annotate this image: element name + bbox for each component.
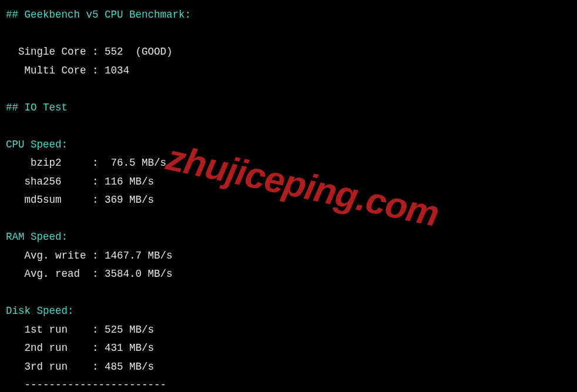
blank-line-5: [6, 284, 571, 303]
disk-run1-line: 1st run : 525 MB/s: [6, 321, 571, 340]
disk-run1-value: 525 MB/s: [105, 324, 154, 336]
disk-divider: -----------------------: [6, 379, 166, 391]
multi-core-value: 1034: [105, 65, 129, 76]
disk-run3-label: 3rd run :: [6, 361, 105, 373]
disk-divider-line: -----------------------: [6, 376, 571, 392]
io-test-header-text: ## IO Test: [6, 102, 68, 113]
sha256-value: 116 MB/s: [105, 176, 154, 187]
disk-speed-header-text: Disk Speed:: [6, 305, 74, 317]
ram-write-line: Avg. write : 1467.7 MB/s: [6, 247, 571, 266]
cpu-speed-header-text: CPU Speed:: [6, 139, 68, 150]
io-test-header: ## IO Test: [6, 99, 571, 118]
disk-run1-label: 1st run :: [6, 324, 105, 336]
single-core-value: 552 (GOOD): [105, 46, 173, 58]
ram-write-label: Avg. write :: [6, 250, 105, 262]
cpu-speed-header: CPU Speed:: [6, 136, 571, 155]
ram-speed-header: RAM Speed:: [6, 228, 571, 247]
ram-speed-header-text: RAM Speed:: [6, 231, 68, 243]
bzip2-label: bzip2 :: [6, 157, 111, 169]
geekbench-header: ## Geekbench v5 CPU Benchmark:: [6, 6, 571, 25]
bzip2-line: bzip2 : 76.5 MB/s: [6, 154, 571, 173]
disk-speed-header: Disk Speed:: [6, 302, 571, 321]
sha256-label: sha256 :: [6, 176, 105, 187]
ram-write-value: 1467.7 MB/s: [105, 250, 173, 262]
md5sum-line: md5sum : 369 MB/s: [6, 191, 571, 210]
bzip2-value: 76.5 MB/s: [111, 157, 167, 169]
md5sum-value: 369 MB/s: [105, 194, 154, 206]
ram-read-value: 3584.0 MB/s: [105, 268, 173, 280]
disk-run2-label: 2nd run :: [6, 342, 105, 354]
blank-line-1: [6, 25, 571, 43]
blank-line-2: [6, 80, 571, 99]
disk-run3-line: 3rd run : 485 MB/s: [6, 358, 571, 377]
disk-run3-value: 485 MB/s: [105, 361, 154, 373]
ram-read-label: Avg. read :: [6, 268, 105, 280]
blank-line-4: [6, 210, 571, 229]
multi-core-line: Multi Core : 1034: [6, 62, 571, 81]
sha256-line: sha256 : 116 MB/s: [6, 173, 571, 192]
disk-run2-line: 2nd run : 431 MB/s: [6, 339, 571, 358]
single-core-label: Single Core :: [6, 46, 105, 58]
disk-run2-value: 431 MB/s: [105, 342, 154, 354]
blank-line-3: [6, 117, 571, 136]
single-core-line: Single Core : 552 (GOOD): [6, 43, 571, 62]
md5sum-label: md5sum :: [6, 194, 105, 206]
multi-core-label: Multi Core :: [6, 65, 105, 76]
geekbench-header-text: ## Geekbench v5 CPU Benchmark:: [6, 9, 191, 21]
ram-read-line: Avg. read : 3584.0 MB/s: [6, 265, 571, 284]
